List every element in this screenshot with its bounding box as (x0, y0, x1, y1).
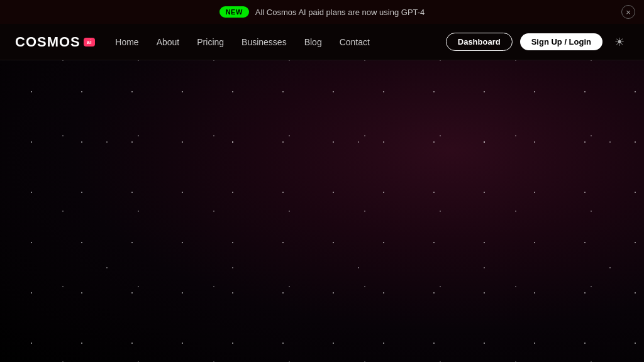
nav-contact[interactable]: Contact (340, 37, 370, 47)
nav-about[interactable]: About (157, 37, 180, 47)
nav-actions: Dashboard Sign Up / Login ☀ (446, 33, 629, 52)
logo[interactable]: COSMOS ai (15, 34, 95, 50)
sun-icon: ☀ (614, 35, 625, 49)
logo-ai-badge: ai (84, 38, 96, 47)
logo-text: COSMOS (15, 34, 80, 50)
announcement-text: All Cosmos AI paid plans are now using G… (255, 8, 425, 17)
nav-pricing[interactable]: Pricing (197, 37, 224, 47)
navbar: COSMOS ai Home About Pricing Businesses … (0, 24, 644, 60)
announcement-bar: NEW All Cosmos AI paid plans are now usi… (0, 0, 644, 24)
signup-login-button[interactable]: Sign Up / Login (520, 33, 602, 50)
main-content (0, 60, 644, 362)
close-announcement-button[interactable]: × (621, 5, 635, 19)
nav-blog[interactable]: Blog (304, 37, 322, 47)
nav-businesses[interactable]: Businesses (242, 37, 287, 47)
new-badge: NEW (219, 6, 249, 18)
dashboard-button[interactable]: Dashboard (446, 33, 513, 51)
nav-links: Home About Pricing Businesses Blog Conta… (115, 37, 445, 47)
nav-home[interactable]: Home (115, 37, 138, 47)
theme-toggle-button[interactable]: ☀ (610, 33, 629, 52)
